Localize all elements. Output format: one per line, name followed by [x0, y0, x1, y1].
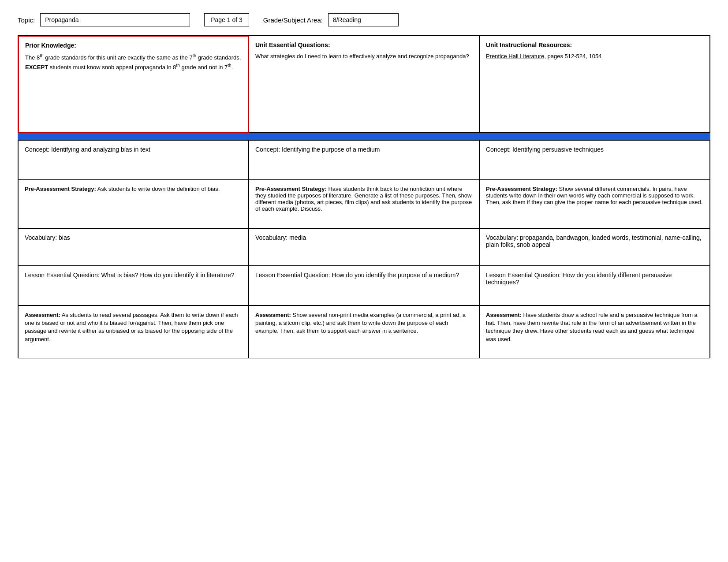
- concept-cell-2: Concept: Identifying the purpose of a me…: [249, 140, 479, 180]
- leq-cell-1: Lesson Essential Question: What is bias?…: [18, 266, 249, 305]
- assessment-cell-2: Assessment: Show several non-print media…: [249, 305, 479, 358]
- unit-instructional-resources-cell: Unit Instructional Resources: Prentice H…: [479, 36, 710, 133]
- page-indicator: Page 1 of 3: [204, 13, 249, 26]
- concept-cell-3: Concept: Identifying persuasive techniqu…: [479, 140, 710, 180]
- topic-input[interactable]: Propaganda: [40, 13, 190, 26]
- preassess-label-2: Pre-Assessment Strategy:: [255, 186, 327, 192]
- header: Topic: Propaganda Page 1 of 3 Grade/Subj…: [18, 13, 710, 26]
- grade-label: Grade/Subject Area:: [263, 16, 323, 24]
- top-section: Prior Knowledge: The 8th grade standards…: [18, 35, 710, 133]
- preassess-body-1: Ask students to write down the definitio…: [96, 186, 220, 192]
- preassess-cell-3: Pre-Assessment Strategy: Show several di…: [479, 180, 710, 228]
- grade-input[interactable]: 8/Reading: [328, 13, 399, 26]
- assessment-label-3: Assessment:: [486, 312, 522, 318]
- book-pages: , pages 512-524, 1054: [544, 53, 601, 60]
- preassess-cell-2: Pre-Assessment Strategy: Have students t…: [249, 180, 479, 228]
- vocab-cell-3: Vocabulary: propaganda, bandwagon, loade…: [479, 228, 710, 266]
- unit-essential-questions-cell: Unit Essential Questions: What strategie…: [249, 36, 479, 133]
- leq-cell-2: Lesson Essential Question: How do you id…: [249, 266, 479, 305]
- vocab-cell-1: Vocabulary: bias: [18, 228, 249, 266]
- preassess-label-1: Pre-Assessment Strategy:: [25, 186, 96, 192]
- preassess-label-3: Pre-Assessment Strategy:: [486, 186, 557, 192]
- assessment-cell-1: Assessment: As students to read several …: [18, 305, 249, 358]
- blue-divider: [18, 133, 710, 140]
- unit-instructional-resources-body: Prentice Hall Literature, pages 512-524,…: [486, 52, 703, 61]
- assessment-label-2: Assessment:: [255, 312, 291, 318]
- assessment-cell-3: Assessment: Have students draw a school …: [479, 305, 710, 358]
- book-title: Prentice Hall Literature: [486, 53, 544, 60]
- concept-cell-1: Concept: Identifying and analyzing bias …: [18, 140, 249, 180]
- prior-knowledge-body: The 8th grade standards for this unit ar…: [25, 52, 242, 72]
- preassess-cell-1: Pre-Assessment Strategy: Ask students to…: [18, 180, 249, 228]
- assessment-label-1: Assessment:: [25, 312, 60, 318]
- prior-knowledge-title: Prior Knowledge:: [25, 42, 242, 49]
- unit-instructional-resources-title: Unit Instructional Resources:: [486, 41, 703, 48]
- prior-knowledge-cell: Prior Knowledge: The 8th grade standards…: [18, 36, 249, 133]
- unit-essential-questions-body: What strategies do I need to learn to ef…: [255, 52, 473, 61]
- leq-cell-3: Lesson Essential Question: How do you id…: [479, 266, 710, 305]
- unit-essential-questions-title: Unit Essential Questions:: [255, 41, 473, 48]
- main-grid: Concept: Identifying and analyzing bias …: [18, 140, 710, 358]
- vocab-cell-2: Vocabulary: media: [249, 228, 479, 266]
- topic-label: Topic:: [18, 16, 35, 24]
